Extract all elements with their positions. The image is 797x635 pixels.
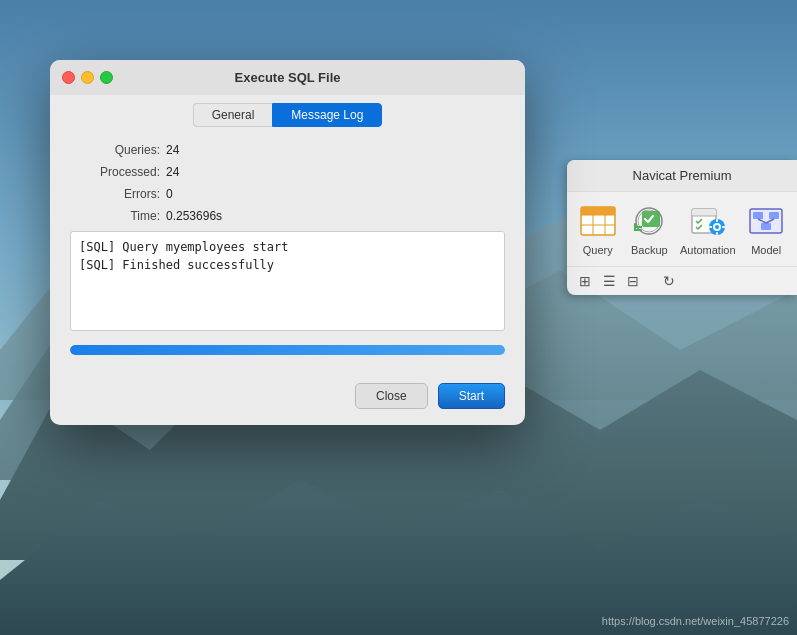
errors-label: Errors:	[70, 187, 160, 201]
automation-icon	[687, 202, 729, 240]
view-icons: ⊞ ☰ ⊟	[575, 271, 643, 291]
svg-rect-30	[769, 212, 779, 219]
errors-row: Errors: 0	[70, 187, 505, 201]
navicat-query-button[interactable]: Query	[577, 202, 619, 256]
watermark: https://blog.csdn.net/weixin_45877226	[602, 615, 789, 627]
query-label: Query	[583, 244, 613, 256]
list-view-icon[interactable]: ☰	[599, 271, 619, 291]
maximize-traffic-light[interactable]	[100, 71, 113, 84]
svg-rect-19	[692, 209, 716, 216]
queries-value: 24	[166, 143, 179, 157]
dialog-footer: Close Start	[50, 371, 525, 425]
progress-bar-fill	[70, 345, 505, 355]
svg-rect-25	[716, 232, 718, 235]
tab-general[interactable]: General	[193, 103, 273, 127]
navicat-panel: Navicat Premium Query	[567, 160, 797, 295]
queries-row: Queries: 24	[70, 143, 505, 157]
model-icon	[745, 202, 787, 240]
svg-rect-9	[581, 207, 615, 215]
traffic-lights	[62, 71, 113, 84]
dialog-content: Queries: 24 Processed: 24 Errors: 0 Time…	[50, 127, 525, 371]
svg-rect-29	[753, 212, 763, 219]
minimize-traffic-light[interactable]	[81, 71, 94, 84]
processed-label: Processed:	[70, 165, 160, 179]
svg-point-23	[715, 225, 719, 229]
model-label: Model	[751, 244, 781, 256]
dialog-tabs: General Message Log	[50, 95, 525, 127]
navicat-backup-button[interactable]: Backup	[628, 202, 670, 256]
queries-label: Queries:	[70, 143, 160, 157]
log-output: [SQL] Query myemployees start [SQL] Fini…	[70, 231, 505, 331]
close-traffic-light[interactable]	[62, 71, 75, 84]
processed-row: Processed: 24	[70, 165, 505, 179]
detail-view-icon[interactable]: ⊟	[623, 271, 643, 291]
automation-label: Automation	[680, 244, 736, 256]
processed-value: 24	[166, 165, 179, 179]
navicat-toolbar: ⊞ ☰ ⊟ ↻	[567, 266, 797, 295]
navicat-automation-button[interactable]: Automation	[680, 202, 736, 256]
time-value: 0.253696s	[166, 209, 222, 223]
tab-message-log[interactable]: Message Log	[272, 103, 382, 127]
svg-rect-31	[761, 223, 771, 230]
grid-view-icon[interactable]: ⊞	[575, 271, 595, 291]
backup-icon	[628, 202, 670, 240]
svg-rect-27	[722, 226, 725, 228]
start-button[interactable]: Start	[438, 383, 505, 409]
dialog-titlebar: Execute SQL File	[50, 60, 525, 95]
backup-label: Backup	[631, 244, 668, 256]
execute-sql-dialog: Execute SQL File General Message Log Que…	[50, 60, 525, 425]
query-icon	[577, 202, 619, 240]
time-label: Time:	[70, 209, 160, 223]
time-row: Time: 0.253696s	[70, 209, 505, 223]
errors-value: 0	[166, 187, 173, 201]
close-button[interactable]: Close	[355, 383, 428, 409]
dialog-title: Execute SQL File	[235, 70, 341, 85]
navicat-model-button[interactable]: Model	[745, 202, 787, 256]
progress-bar-container	[70, 345, 505, 355]
refresh-icon[interactable]: ↻	[659, 271, 679, 291]
navicat-icons-row: Query Backup	[567, 192, 797, 266]
svg-rect-24	[716, 219, 718, 222]
svg-rect-26	[709, 226, 712, 228]
navicat-panel-title: Navicat Premium	[567, 160, 797, 192]
